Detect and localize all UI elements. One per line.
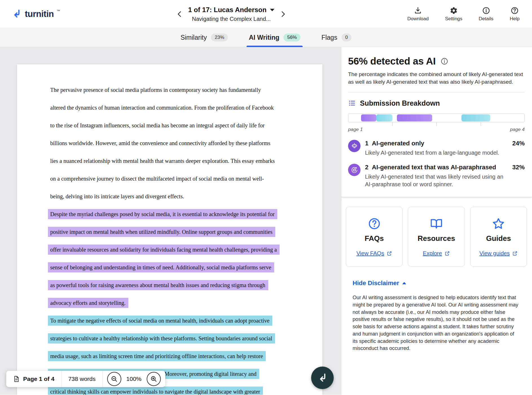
divider <box>348 92 525 92</box>
book-icon <box>430 217 443 230</box>
gear-icon <box>450 6 458 15</box>
page-tick <box>392 122 393 126</box>
help-button[interactable]: Help <box>510 6 520 22</box>
document-text: The pervasive presence of social media p… <box>17 64 322 395</box>
faqs-card: FAQs View FAQs <box>346 207 403 267</box>
faqs-card-title: FAQs <box>365 234 384 243</box>
submission-navigator: 1 of 17: Lucas Anderson Navigating the C… <box>174 0 288 28</box>
document-line: lies a nuanced relationship with mental … <box>50 152 308 170</box>
document-line: sense of belonging and understanding in … <box>50 259 308 276</box>
question-circle-icon <box>368 217 381 230</box>
document-line: altered the dynamics of human interactio… <box>50 99 308 117</box>
document-line: being, delving into its intricate layers… <box>50 188 308 205</box>
hide-disclaimer-link[interactable]: Hide Disclaimer <box>353 279 406 287</box>
breakdown-item-number: 1 <box>365 140 368 147</box>
breakdown-list-icon <box>348 99 356 107</box>
breakdown-bar-segment <box>397 114 432 121</box>
page-tick <box>436 122 437 126</box>
zoom-out-icon <box>111 375 118 383</box>
document-line: to the rise of Instagram influencers, so… <box>50 117 308 134</box>
report-tabbar: Similarity 23% AI Writing 56% Flags 0 <box>0 28 532 47</box>
toolbar-divider <box>102 371 103 387</box>
chevron-up-icon <box>402 282 406 284</box>
breakdown-item-percent: 24% <box>512 140 525 147</box>
resources-card-title: Resources <box>418 234 455 243</box>
star-icon <box>492 217 505 230</box>
external-link-icon <box>445 251 450 256</box>
breakdown-page-ticks <box>348 122 525 126</box>
settings-label: Settings <box>445 16 462 22</box>
submission-breakdown-title: Submission Breakdown <box>360 99 440 107</box>
help-cards: FAQs View FAQs Resources Explore <box>341 197 532 267</box>
chevron-left-icon <box>176 10 183 18</box>
robot-paraphrase-icon <box>348 164 360 176</box>
chevron-down-icon <box>270 9 274 11</box>
breakdown-bar-segment <box>376 114 392 121</box>
guides-card-title: Guides <box>486 234 511 243</box>
disclaimer-section: Hide Disclaimer Our AI writing assessmen… <box>341 267 532 352</box>
breakdown-item-title: AI-generated only <box>372 140 424 147</box>
submission-title: Navigating the Complex Land... <box>192 16 271 22</box>
hide-disclaimer-label: Hide Disclaimer <box>353 279 399 287</box>
logo-text: turnitin <box>25 8 54 20</box>
tab-similarity[interactable]: Similarity 23% <box>181 28 228 47</box>
help-label: Help <box>510 16 520 22</box>
trademark-symbol: ™ <box>57 9 60 13</box>
breakdown-item-percent: 32% <box>512 164 525 171</box>
turnitin-fab-button[interactable] <box>311 367 334 389</box>
breakdown-item-ai-generated: 1 AI-generated only 24% Likely AI-genera… <box>348 140 525 156</box>
download-button[interactable]: Download <box>407 6 429 22</box>
explore-link[interactable]: Explore <box>423 250 450 257</box>
details-button[interactable]: Details <box>479 6 493 22</box>
info-icon[interactable] <box>441 57 448 65</box>
download-icon <box>414 6 422 15</box>
view-faqs-link[interactable]: View FAQs <box>356 250 392 257</box>
page-icon <box>13 376 20 382</box>
tab-flags[interactable]: Flags 0 <box>321 28 351 47</box>
view-guides-link[interactable]: View guides <box>480 250 518 257</box>
breakdown-item-description: Likely AI-generated text from a large-la… <box>365 149 512 156</box>
download-label: Download <box>407 16 429 22</box>
zoom-out-button[interactable] <box>107 372 121 386</box>
document-line: strategies to cultivate a healthy relati… <box>50 330 308 347</box>
document-line: billions worldwide. However, amid the co… <box>50 134 308 152</box>
document-line: offer invaluable resources and solidarit… <box>50 241 308 259</box>
ai-writing-score-badge: 56% <box>283 34 300 41</box>
document-page: The pervasive presence of social media p… <box>17 64 322 395</box>
chevron-right-icon <box>279 10 287 18</box>
breakdown-item-description: Likely AI-generated text that was likely… <box>365 173 512 188</box>
page-end-label: page 4 <box>510 127 525 132</box>
zoom-in-button[interactable] <box>147 372 161 386</box>
turnitin-logo: turnitin ™ <box>11 8 60 20</box>
view-guides-label: View guides <box>480 250 510 257</box>
turnitin-mark-icon <box>317 372 328 383</box>
settings-button[interactable]: Settings <box>445 6 462 22</box>
page-start-label: page 1 <box>348 127 363 132</box>
document-line: The pervasive presence of social media p… <box>50 81 308 99</box>
word-count-label: 738 words <box>68 376 96 382</box>
ai-detection-description: The percentage indicates the combined am… <box>348 71 525 86</box>
word-count: 738 words <box>61 376 102 382</box>
document-viewer: The pervasive presence of social media p… <box>0 47 341 395</box>
tab-similarity-label: Similarity <box>181 34 207 41</box>
breakdown-item-ai-paraphrased: 2 AI-generated text that was AI-paraphra… <box>348 164 525 188</box>
zoom-in-icon <box>150 375 157 383</box>
submission-selector[interactable]: 1 of 17: Lucas Anderson <box>188 6 274 14</box>
previous-submission-button[interactable] <box>174 9 185 19</box>
tab-ai-writing[interactable]: AI Writing 56% <box>249 28 300 47</box>
tab-flags-label: Flags <box>321 34 337 41</box>
info-circle-icon <box>482 6 490 15</box>
breakdown-item-number: 2 <box>365 164 368 171</box>
turnitin-logo-icon <box>11 8 22 19</box>
similarity-score-badge: 23% <box>211 34 228 41</box>
breakdown-bar-segment <box>461 114 490 121</box>
page-indicator-label: Page 1 of 4 <box>23 376 54 382</box>
breakdown-bar <box>348 114 525 122</box>
ai-detection-card: 56% detected as AI The percentage indica… <box>341 47 532 197</box>
document-line: on a comprehensive journey to dissect th… <box>50 170 308 188</box>
page-indicator: Page 1 of 4 <box>6 376 61 382</box>
next-submission-button[interactable] <box>278 9 288 19</box>
breakdown-item-title: AI-generated text that was AI-paraphrase… <box>372 164 496 171</box>
document-line: To mitigate the negative effects of soci… <box>50 312 308 330</box>
resources-card: Resources Explore <box>408 207 465 267</box>
